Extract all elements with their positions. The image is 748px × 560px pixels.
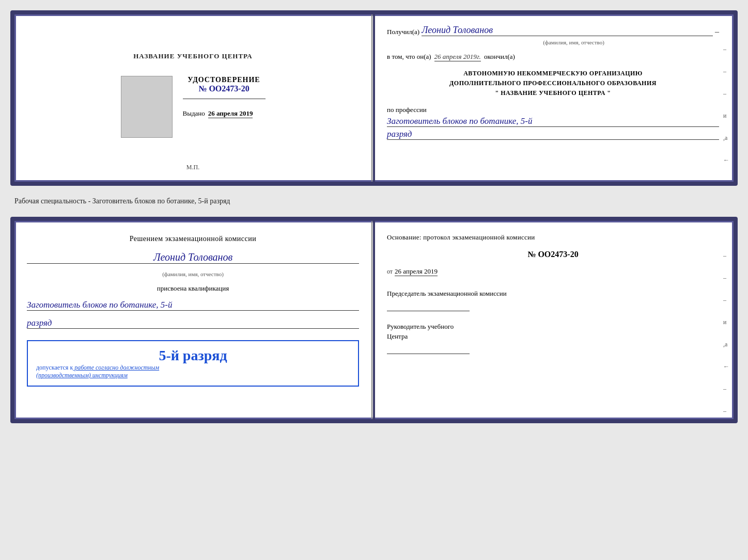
issued-date: 26 апреля 2019 [208,109,253,118]
stamp-allowed-italic: работе согласно должностным [73,364,159,371]
bot-rank: разряд [27,318,359,329]
fio-label-top: (фамилия, имя, отчество) [428,39,719,45]
signature-block: Председатель экзаменационной комиссии Ру… [387,289,719,354]
completed-prefix: в том, что он(а) [387,53,431,61]
bottom-doc-left: Решением экзаменационной комиссии Леонид… [14,221,372,419]
bottom-document: Решением экзаменационной комиссии Леонид… [10,217,738,423]
stamp-allowed-line2: (производственным) инструкциям [36,372,128,379]
cert-title: УДОСТОВЕРЕНИЕ [183,76,266,84]
completed-suffix: окончил(а) [484,53,515,61]
issued-line: Выдано 26 апреля 2019 [183,109,266,118]
org-line3: " НАЗВАНИЕ УЧЕБНОГО ЦЕНТРА " [495,89,611,97]
commission-decision: Решением экзаменационной комиссии [27,233,359,244]
director-sig-line [387,344,470,354]
stamp-rank: 5-й разряд [36,347,350,364]
bot-name: Леонид Толованов [27,251,359,264]
bot-date-val: 26 апреля 2019 [395,267,438,276]
basis-line: Основание: протокол экзаменационной коми… [387,233,719,242]
recipient-dash: – [715,27,719,36]
completed-date: 26 апреля 2019г. [434,53,481,61]
bot-fio-label: (фамилия, имя, отчество) [27,271,359,277]
stamp-box: 5-й разряд допускается к работе согласно… [27,340,359,387]
director-block: Руководитель учебного Центра [387,322,719,354]
chair-block: Председатель экзаменационной комиссии [387,289,719,311]
director-title-line1: Руководитель учебного [387,323,454,330]
stamp-label: М.П. [186,164,199,171]
doc-label: Рабочая специальность - Заготовитель бло… [10,195,738,207]
right-marks: – – – и ,а ← – [723,45,729,186]
bot-date-line: от 26 апреля 2019 [387,267,719,276]
chair-sig-line [387,301,470,311]
director-title-line2: Центра [387,332,408,340]
top-document: НАЗВАНИЕ УЧЕБНОГО ЦЕНТРА УДОСТОВЕРЕНИЕ №… [10,10,738,186]
issued-label: Выдано [183,109,205,118]
chair-title: Председатель экзаменационной комиссии [387,290,507,297]
org-line2: ДОПОЛНИТЕЛЬНОГО ПРОФЕССИОНАЛЬНОГО ОБРАЗО… [449,79,657,87]
top-doc-left: НАЗВАНИЕ УЧЕБНОГО ЦЕНТРА УДОСТОВЕРЕНИЕ №… [14,14,372,182]
page-wrapper: НАЗВАНИЕ УЧЕБНОГО ЦЕНТРА УДОСТОВЕРЕНИЕ №… [10,10,738,423]
bot-cert-number: № OO2473-20 [387,250,719,259]
top-left-center: НАЗВАНИЕ УЧЕБНОГО ЦЕНТРА УДОСТОВЕРЕНИЕ №… [121,30,266,159]
profession-name: Заготовитель блоков по ботанике, 5-й [387,116,719,127]
qualification-name: Заготовитель блоков по ботанике, 5-й [27,300,359,311]
recipient-name: Леонид Толованов [422,25,713,36]
profession-block: по профессии Заготовитель блоков по бота… [387,106,719,140]
bottom-doc-right: Основание: протокол экзаменационной коми… [372,221,734,419]
stamp-allowed: допускается к работе согласно должностны… [36,364,350,379]
org-block: АВТОНОМНУЮ НЕКОММЕРЧЕСКУЮ ОРГАНИЗАЦИЮ ДО… [387,69,719,99]
photo-placeholder [121,76,173,138]
org-line1: АВТОНОМНУЮ НЕКОММЕРЧЕСКУЮ ОРГАНИЗАЦИЮ [463,70,643,77]
completed-line: в том, что он(а) 26 апреля 2019г. окончи… [387,53,719,61]
top-doc-right: Получил(а) Леонид Толованов – (фамилия, … [372,14,734,182]
received-label: Получил(а) [387,28,419,36]
qualification-assigned: присвоена квалификация [27,284,359,293]
cert-number: № OO2473-20 [183,84,266,93]
certificate-title-block: УДОСТОВЕРЕНИЕ № OO2473-20 Выдано 26 апре… [183,76,266,118]
bot-date-prefix: от [387,268,393,276]
profession-label: по профессии [387,106,719,114]
training-center-label: НАЗВАНИЕ УЧЕБНОГО ЦЕНТРА [133,52,253,60]
right-marks-bottom: – – – и ,а ← – – – – – [723,252,729,423]
rank-line: разряд [387,129,719,140]
stamp-allowed-prefix: допускается к [36,364,73,371]
recipient-line: Получил(а) Леонид Толованов – [387,25,719,36]
